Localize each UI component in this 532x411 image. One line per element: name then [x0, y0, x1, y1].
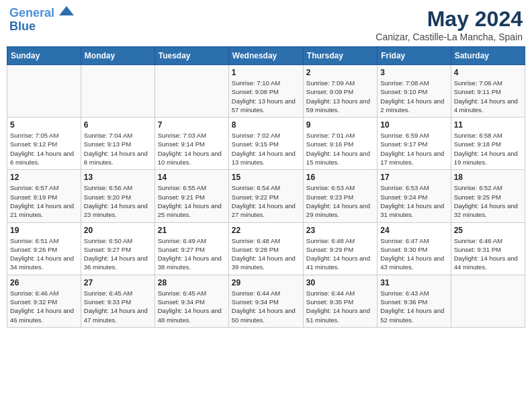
calendar-cell: 29Sunrise: 6:44 AM Sunset: 9:34 PM Dayli…	[228, 275, 303, 327]
day-number: 7	[158, 120, 226, 130]
calendar-cell: 6Sunrise: 7:04 AM Sunset: 9:13 PM Daylig…	[81, 118, 154, 170]
day-info: Sunrise: 7:09 AM Sunset: 9:09 PM Dayligh…	[306, 79, 374, 114]
day-number: 6	[84, 120, 152, 130]
day-info: Sunrise: 6:57 AM Sunset: 9:19 PM Dayligh…	[10, 183, 78, 219]
day-number: 22	[232, 226, 300, 235]
calendar-week-2: 5Sunrise: 7:05 AM Sunset: 9:12 PM Daylig…	[7, 118, 525, 170]
day-info: Sunrise: 6:53 AM Sunset: 9:24 PM Dayligh…	[380, 183, 447, 219]
day-info: Sunrise: 6:43 AM Sunset: 9:36 PM Dayligh…	[380, 289, 447, 324]
header-saturday: Saturday	[451, 47, 525, 65]
day-number: 29	[232, 278, 300, 287]
day-number: 31	[380, 278, 447, 287]
day-number: 21	[158, 226, 226, 235]
day-number: 17	[380, 173, 447, 182]
calendar-week-4: 19Sunrise: 6:51 AM Sunset: 9:26 PM Dayli…	[7, 222, 525, 275]
calendar-week-3: 12Sunrise: 6:57 AM Sunset: 9:19 PM Dayli…	[7, 170, 525, 222]
logo-blue: Blue	[9, 19, 36, 33]
day-number: 18	[454, 173, 522, 182]
logo-icon	[59, 5, 74, 17]
calendar-cell: 10Sunrise: 6:59 AM Sunset: 9:17 PM Dayli…	[378, 118, 451, 170]
day-number: 1	[232, 68, 300, 77]
day-info: Sunrise: 6:45 AM Sunset: 9:33 PM Dayligh…	[84, 289, 152, 324]
day-info: Sunrise: 6:47 AM Sunset: 9:30 PM Dayligh…	[380, 236, 447, 272]
day-info: Sunrise: 6:53 AM Sunset: 9:23 PM Dayligh…	[306, 183, 374, 219]
day-info: Sunrise: 6:52 AM Sunset: 9:25 PM Dayligh…	[454, 183, 522, 219]
day-number: 24	[380, 226, 447, 235]
day-info: Sunrise: 6:59 AM Sunset: 9:17 PM Dayligh…	[380, 131, 447, 167]
calendar-cell: 9Sunrise: 7:01 AM Sunset: 9:16 PM Daylig…	[303, 118, 377, 170]
day-info: Sunrise: 7:08 AM Sunset: 9:10 PM Dayligh…	[380, 79, 447, 114]
header-sunday: Sunday	[7, 47, 81, 65]
calendar-cell: 24Sunrise: 6:47 AM Sunset: 9:30 PM Dayli…	[378, 222, 451, 275]
calendar-cell: 13Sunrise: 6:56 AM Sunset: 9:20 PM Dayli…	[81, 170, 154, 222]
day-number: 30	[306, 278, 374, 287]
calendar-header-row: SundayMondayTuesdayWednesdayThursdayFrid…	[7, 47, 525, 65]
svg-marker-0	[59, 6, 74, 15]
day-number: 11	[454, 120, 522, 130]
calendar-cell: 30Sunrise: 6:44 AM Sunset: 9:35 PM Dayli…	[303, 275, 377, 327]
day-info: Sunrise: 6:54 AM Sunset: 9:22 PM Dayligh…	[232, 183, 300, 219]
calendar-cell: 19Sunrise: 6:51 AM Sunset: 9:26 PM Dayli…	[7, 222, 81, 275]
day-number: 10	[380, 120, 447, 130]
header-thursday: Thursday	[303, 47, 377, 65]
day-number: 9	[306, 120, 374, 130]
calendar-cell: 2Sunrise: 7:09 AM Sunset: 9:09 PM Daylig…	[303, 65, 377, 118]
day-info: Sunrise: 7:01 AM Sunset: 9:16 PM Dayligh…	[306, 131, 374, 167]
day-info: Sunrise: 6:49 AM Sunset: 9:27 PM Dayligh…	[158, 236, 226, 272]
day-number: 20	[84, 226, 152, 235]
day-info: Sunrise: 6:44 AM Sunset: 9:34 PM Dayligh…	[232, 289, 300, 324]
day-info: Sunrise: 7:05 AM Sunset: 9:12 PM Dayligh…	[10, 131, 78, 167]
day-info: Sunrise: 6:46 AM Sunset: 9:32 PM Dayligh…	[10, 289, 78, 324]
day-info: Sunrise: 6:44 AM Sunset: 9:35 PM Dayligh…	[306, 289, 374, 324]
day-info: Sunrise: 6:55 AM Sunset: 9:21 PM Dayligh…	[158, 183, 226, 219]
day-number: 2	[306, 68, 374, 77]
calendar-cell	[154, 65, 228, 118]
calendar-cell: 1Sunrise: 7:10 AM Sunset: 9:08 PM Daylig…	[228, 65, 303, 118]
title-area: May 2024 Canizar, Castille-La Mancha, Sp…	[375, 7, 523, 42]
day-info: Sunrise: 6:56 AM Sunset: 9:20 PM Dayligh…	[84, 183, 152, 219]
day-number: 15	[232, 173, 300, 182]
calendar-cell: 15Sunrise: 6:54 AM Sunset: 9:22 PM Dayli…	[228, 170, 303, 222]
day-number: 14	[158, 173, 226, 182]
calendar-cell: 12Sunrise: 6:57 AM Sunset: 9:19 PM Dayli…	[7, 170, 81, 222]
calendar-cell: 5Sunrise: 7:05 AM Sunset: 9:12 PM Daylig…	[7, 118, 81, 170]
calendar-cell: 23Sunrise: 6:48 AM Sunset: 9:29 PM Dayli…	[303, 222, 377, 275]
calendar-week-1: 1Sunrise: 7:10 AM Sunset: 9:08 PM Daylig…	[7, 65, 525, 118]
calendar-cell: 14Sunrise: 6:55 AM Sunset: 9:21 PM Dayli…	[154, 170, 228, 222]
day-number: 13	[84, 173, 152, 182]
day-number: 25	[454, 226, 522, 235]
day-number: 3	[380, 68, 447, 77]
day-number: 27	[84, 278, 152, 287]
calendar-cell: 28Sunrise: 6:45 AM Sunset: 9:34 PM Dayli…	[154, 275, 228, 327]
calendar-cell: 21Sunrise: 6:49 AM Sunset: 9:27 PM Dayli…	[154, 222, 228, 275]
day-number: 28	[158, 278, 226, 287]
calendar-table: SundayMondayTuesdayWednesdayThursdayFrid…	[7, 46, 525, 328]
day-info: Sunrise: 6:48 AM Sunset: 9:28 PM Dayligh…	[232, 236, 300, 272]
calendar-cell: 27Sunrise: 6:45 AM Sunset: 9:33 PM Dayli…	[81, 275, 154, 327]
day-info: Sunrise: 7:04 AM Sunset: 9:13 PM Dayligh…	[84, 131, 152, 167]
header-friday: Friday	[378, 47, 451, 65]
day-info: Sunrise: 7:10 AM Sunset: 9:08 PM Dayligh…	[232, 79, 300, 114]
page-header: General Blue May 2024 Canizar, Castille-…	[7, 7, 525, 42]
calendar-cell: 25Sunrise: 6:46 AM Sunset: 9:31 PM Dayli…	[451, 222, 525, 275]
calendar-cell: 17Sunrise: 6:53 AM Sunset: 9:24 PM Dayli…	[378, 170, 451, 222]
calendar-cell: 31Sunrise: 6:43 AM Sunset: 9:36 PM Dayli…	[378, 275, 451, 327]
day-info: Sunrise: 6:48 AM Sunset: 9:29 PM Dayligh…	[306, 236, 374, 272]
day-info: Sunrise: 6:45 AM Sunset: 9:34 PM Dayligh…	[158, 289, 226, 324]
header-monday: Monday	[81, 47, 154, 65]
calendar-cell: 26Sunrise: 6:46 AM Sunset: 9:32 PM Dayli…	[7, 275, 81, 327]
day-number: 23	[306, 226, 374, 235]
day-info: Sunrise: 6:51 AM Sunset: 9:26 PM Dayligh…	[10, 236, 78, 272]
day-info: Sunrise: 6:50 AM Sunset: 9:27 PM Dayligh…	[84, 236, 152, 272]
calendar-cell: 11Sunrise: 6:58 AM Sunset: 9:18 PM Dayli…	[451, 118, 525, 170]
day-number: 19	[10, 226, 78, 235]
calendar-cell	[451, 275, 525, 327]
day-info: Sunrise: 6:46 AM Sunset: 9:31 PM Dayligh…	[454, 236, 522, 272]
calendar-week-5: 26Sunrise: 6:46 AM Sunset: 9:32 PM Dayli…	[7, 275, 525, 327]
header-tuesday: Tuesday	[154, 47, 228, 65]
calendar-cell	[7, 65, 81, 118]
month-title: May 2024	[375, 7, 523, 32]
day-number: 26	[10, 278, 78, 287]
day-info: Sunrise: 6:58 AM Sunset: 9:18 PM Dayligh…	[454, 131, 522, 167]
day-info: Sunrise: 7:06 AM Sunset: 9:11 PM Dayligh…	[454, 79, 522, 114]
